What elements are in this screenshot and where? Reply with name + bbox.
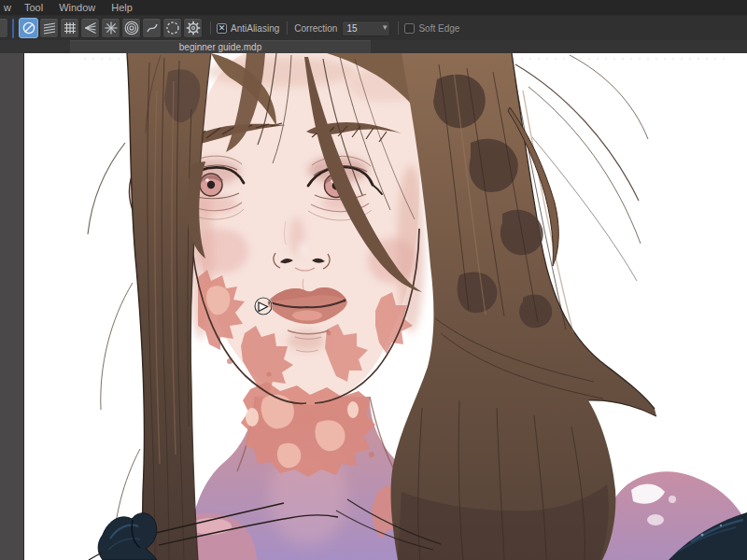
pasteboard [0,53,23,560]
lattice-snap-button[interactable] [60,18,79,38]
no-snap-icon [21,21,36,35]
correction-label: Correction [294,23,337,34]
soft-edge-checkbox[interactable]: ✕ Soft Edge [404,23,459,34]
document-tab[interactable]: beginner guide.mdp [70,40,371,53]
antialiasing-checkbox-box: ✕ [217,23,227,34]
toolbar-separator [210,21,211,35]
snap-settings-button[interactable] [183,18,203,38]
ellipse-snap-button[interactable] [162,18,182,38]
curve-snap-button[interactable] [142,18,162,38]
canvas-edge [23,53,24,560]
vanishing-point-snap-button[interactable] [80,18,100,38]
menu-item-view-partial[interactable]: w [1,2,14,13]
menu-item-help[interactable]: Help [108,2,135,13]
radial-snap-button[interactable] [101,18,120,38]
menu-item-tool[interactable]: Tool [21,2,46,13]
snap-off-button[interactable] [19,18,38,38]
soft-edge-checkbox-box: ✕ [404,23,415,34]
tab-bar: beginner guide.mdp [0,40,747,53]
concentric-circles-icon [124,21,139,35]
vanishing-point-icon [83,21,98,35]
parallel-lines-icon [42,21,57,35]
antialiasing-label: AntiAliasing [231,23,279,34]
dropdown-arrow-icon: ▾ [383,22,388,32]
correction-value: 15 [346,23,357,34]
correction-dropdown[interactable]: 15 ▾ [342,21,390,36]
menu-bar: w Tool Window Help [0,0,747,15]
snap-toolbar: ✕ AntiAliasing Correction 15 ▾ ✕ Soft Ed… [0,15,747,40]
radial-lines-icon [104,21,119,35]
grid-icon [63,21,78,35]
parallel-snap-button[interactable] [39,18,59,38]
antialiasing-checkbox[interactable]: ✕ AntiAliasing [217,23,279,34]
toolbar-button-partial[interactable] [0,18,8,38]
toolbar-separator [398,21,399,35]
dashed-circle-icon [165,21,180,35]
soft-edge-label: Soft Edge [418,23,459,34]
toolbar-separator [287,21,288,35]
curve-icon [145,21,160,35]
concentric-circle-snap-button[interactable] [121,18,141,38]
canvas-artwork[interactable] [0,53,747,560]
toolbar-handle[interactable] [12,19,14,38]
gear-icon [186,21,201,35]
menu-item-window[interactable]: Window [56,2,98,13]
canvas-viewport [0,53,747,560]
